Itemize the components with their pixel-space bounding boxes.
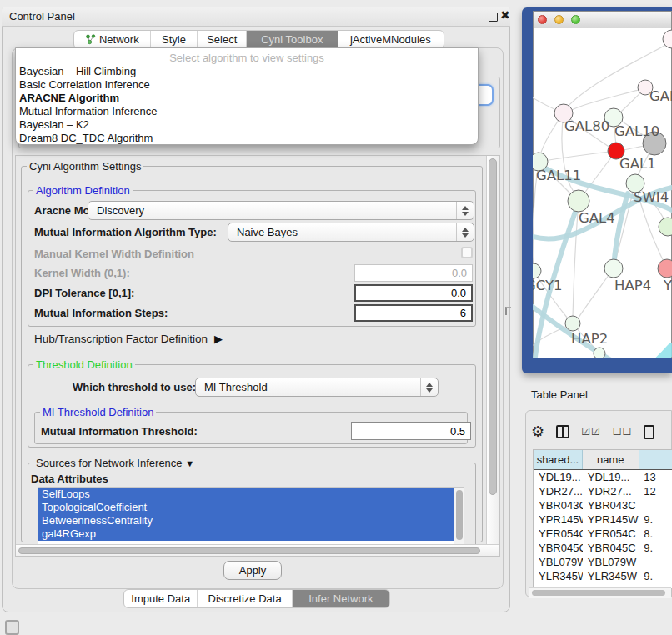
table-cell: YDR27...: [534, 484, 583, 498]
minimized-panel-button[interactable]: [5, 620, 19, 635]
network-node-label-HAP2: HAP2: [571, 331, 608, 347]
window-minimize-icon[interactable]: [554, 15, 564, 24]
settings-vertical-scrollbar[interactable]: [486, 156, 499, 544]
list-vertical-scrollbar[interactable]: [454, 488, 464, 545]
aracne-mode-combo[interactable]: Discovery: [88, 201, 474, 220]
manual-kernel-width-label: Manual Kernel Width Definition: [34, 248, 194, 260]
network-node-label-Y-node: Y: [663, 278, 672, 293]
tab-select[interactable]: Select: [198, 31, 247, 48]
network-canvas[interactable]: GALGAL80GAL10GAL1GAL11SWI4GAL4GCY1HAP4YH…: [533, 28, 672, 358]
network-node-HAP2[interactable]: [565, 316, 580, 331]
gear-icon[interactable]: ⚙: [531, 424, 544, 439]
close-panel-icon[interactable]: ✖: [500, 8, 510, 22]
table-cell: 13: [639, 470, 672, 484]
tab-discretize-data[interactable]: Discretize Data: [198, 590, 292, 608]
table-cell: YBL079W: [583, 555, 639, 569]
tab-infer-network[interactable]: Infer Network: [293, 590, 389, 608]
settings-vscrollbar-thumb[interactable]: [489, 158, 497, 495]
algorithm-option-mutual-information-inference[interactable]: Mutual Information Inference: [16, 105, 478, 118]
settings-horizontal-scrollbar[interactable]: [16, 544, 499, 556]
combo-arrows-icon: [456, 223, 474, 241]
column-layout-icon[interactable]: [556, 425, 569, 438]
mi-threshold-field[interactable]: 0.5: [351, 422, 471, 440]
algorithm-option-bayesian-hill-climbing[interactable]: Bayesian – Hill Climbing: [16, 65, 478, 78]
table-cell: 9.: [639, 512, 672, 527]
list-scrollbar-thumb[interactable]: [456, 490, 463, 540]
control-panel-tabbar: NetworkStyleSelectCyni ToolboxjActiveMNo…: [73, 30, 444, 49]
source-attribute-item[interactable]: SelfLoops: [38, 488, 454, 501]
float-panel-icon[interactable]: [489, 12, 498, 22]
network-node-green-right[interactable]: [659, 218, 672, 236]
source-attribute-item[interactable]: BetweennessCentrality: [38, 514, 454, 528]
network-edge[interactable]: [539, 152, 609, 162]
table-hscrollbar-thumb[interactable]: [532, 590, 665, 596]
network-node-GCY1[interactable]: [533, 263, 541, 278]
mi-threshold-value: 0.5: [450, 425, 465, 438]
network-node-GAL4[interactable]: [568, 190, 589, 212]
table-cell: YBR043C: [583, 498, 639, 512]
algorithm-option-aracne-algorithm[interactable]: ARACNE Algorithm: [16, 92, 478, 105]
network-window-titlebar[interactable]: [534, 12, 671, 28]
mi-threshold-label: Mutual Information Threshold:: [41, 425, 198, 438]
tab-style[interactable]: Style: [151, 31, 198, 48]
mi-threshold-definition-title: MI Threshold Definition: [40, 406, 156, 418]
column-header-name[interactable]: name: [583, 450, 639, 469]
source-attribute-item[interactable]: TopologicalCoefficient: [38, 501, 454, 514]
table-row[interactable]: YDL19...YDL19...13: [534, 470, 672, 484]
tab-jactivemnodules[interactable]: jActiveMNodules: [338, 31, 444, 48]
network-edge[interactable]: [625, 348, 672, 358]
column-header-hidden[interactable]: [639, 450, 672, 469]
dropdown-placeholder: Select algorithm to view settings: [16, 48, 478, 65]
data-attributes-list[interactable]: SelfLoopsTopologicalCoefficientBetweenne…: [38, 487, 464, 546]
tab-impute-data[interactable]: Impute Data: [124, 590, 198, 608]
algorithm-option-bayesian-k2[interactable]: Bayesian – K2: [16, 118, 478, 132]
algorithm-option-basic-correlation-inference[interactable]: Basic Correlation Inference: [16, 78, 478, 92]
mi-steps-field[interactable]: 6: [354, 304, 473, 322]
network-edge[interactable]: [614, 193, 628, 267]
source-attribute-item[interactable]: gal4RGexp: [38, 528, 454, 541]
hub-definition-expander[interactable]: Hub/Transcription Factor Definition ▶: [34, 332, 223, 345]
dpi-tolerance-field[interactable]: 0.0: [354, 284, 473, 302]
sources-group-title: Sources for Network Inference ▼: [33, 457, 197, 469]
kernel-width-field[interactable]: 0.0: [354, 264, 473, 282]
tab-cyni-toolbox[interactable]: Cyni Toolbox: [247, 31, 338, 48]
table-cell: YBR045C: [583, 541, 639, 555]
apply-button[interactable]: Apply: [223, 561, 282, 580]
table-row[interactable]: YDR27...YDR27...12: [534, 484, 672, 498]
table-panel-window: ⚙ ☑☑ ☐☐ shared...name YDL19...YDL19...13…: [525, 410, 672, 598]
collapse-down-icon[interactable]: ▼: [185, 458, 194, 468]
table-row[interactable]: YPR145WYPR145W9.: [534, 512, 672, 527]
kernel-width-label: Kernel Width (0,1):: [34, 267, 130, 279]
tab-network[interactable]: Network: [74, 31, 151, 48]
network-tab-icon: [85, 34, 96, 45]
tab-label: Cyni Toolbox: [261, 33, 323, 46]
column-header-shared[interactable]: shared...: [534, 450, 583, 469]
mi-algorithm-type-combo[interactable]: Naive Bayes: [228, 222, 474, 242]
new-table-icon[interactable]: [644, 425, 654, 439]
control-panel-titlebar[interactable]: Control Panel ✖: [2, 7, 510, 27]
expand-right-icon[interactable]: ▶: [214, 332, 223, 345]
manual-kernel-width-checkbox[interactable]: [461, 247, 473, 258]
table-row[interactable]: YLR345WYLR345W9.: [534, 569, 672, 583]
network-node-Y-node[interactable]: [658, 259, 672, 278]
settings-hscrollbar-thumb[interactable]: [18, 548, 480, 554]
window-zoom-icon[interactable]: [571, 15, 580, 24]
table-row[interactable]: YBR045CYBR045C9.: [534, 541, 672, 555]
network-node-HAP4[interactable]: [604, 259, 623, 278]
algorithm-definition-title: Algorithm Definition: [33, 184, 133, 197]
which-threshold-combo[interactable]: MI Threshold: [195, 378, 439, 397]
splitter-grip[interactable]: [505, 307, 511, 315]
table-horizontal-scrollbar[interactable]: [529, 588, 671, 598]
table-row[interactable]: YBL079WYBL079W: [534, 555, 672, 569]
select-all-columns-icon[interactable]: ☑☑: [581, 426, 601, 438]
deselect-all-columns-icon[interactable]: ☐☐: [613, 426, 633, 438]
tab-label: Infer Network: [308, 592, 373, 605]
window-close-icon[interactable]: [538, 15, 547, 24]
network-node-small-bottom[interactable]: [594, 348, 605, 358]
table-cell: YBR043C: [534, 498, 583, 512]
table-cell: 9.: [639, 541, 672, 555]
table-row[interactable]: YBR043CYBR043C: [534, 498, 672, 512]
tab-label: Style: [162, 33, 186, 46]
table-row[interactable]: YER054CYER054C8.: [534, 527, 672, 541]
algorithm-option-dream8-dc-tdc-algorithm[interactable]: Dream8 DC_TDC Algorithm: [16, 132, 478, 145]
